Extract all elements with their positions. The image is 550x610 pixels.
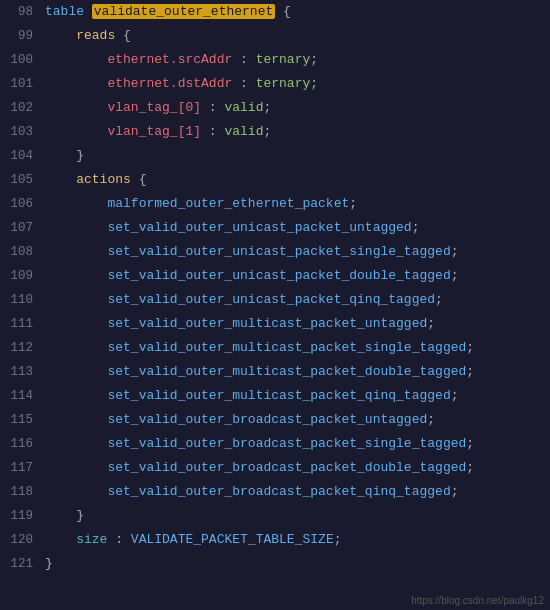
line-number: 103	[0, 125, 45, 139]
token: }	[45, 556, 53, 571]
code-line: 111 set_valid_outer_multicast_packet_unt…	[0, 312, 550, 336]
token: set_valid_outer_unicast_packet_untagged	[107, 220, 411, 235]
token: ;	[466, 460, 474, 475]
token: valid	[224, 100, 263, 115]
token	[45, 268, 107, 283]
token	[45, 124, 107, 139]
token: set_valid_outer_multicast_packet_double_…	[107, 364, 466, 379]
token	[45, 436, 107, 451]
line-number: 100	[0, 53, 45, 67]
line-number: 110	[0, 293, 45, 307]
line-content: size : VALIDATE_PACKET_TABLE_SIZE;	[45, 528, 550, 552]
token: ternary	[256, 52, 311, 67]
line-number: 115	[0, 413, 45, 427]
token: ;	[263, 100, 271, 115]
code-content: 98table validate_outer_ethernet {99 read…	[0, 0, 550, 610]
token: VALIDATE_PACKET_TABLE_SIZE	[131, 532, 334, 547]
token	[45, 460, 107, 475]
code-line: 120 size : VALIDATE_PACKET_TABLE_SIZE;	[0, 528, 550, 552]
token: ;	[435, 292, 443, 307]
line-number: 101	[0, 77, 45, 91]
code-line: 113 set_valid_outer_multicast_packet_dou…	[0, 360, 550, 384]
token	[45, 220, 107, 235]
line-content: set_valid_outer_unicast_packet_double_ta…	[45, 264, 550, 288]
token: reads	[76, 28, 115, 43]
token: validate_outer_ethernet	[92, 4, 275, 19]
line-content: set_valid_outer_broadcast_packet_qinq_ta…	[45, 480, 550, 504]
line-content: reads {	[45, 24, 550, 48]
token: ;	[412, 220, 420, 235]
token: {	[275, 4, 291, 19]
line-number: 121	[0, 557, 45, 571]
token: vlan_tag_[0]	[107, 100, 201, 115]
code-line: 99 reads {	[0, 24, 550, 48]
token	[45, 484, 107, 499]
token: table	[45, 4, 92, 19]
token: ;	[451, 244, 459, 259]
line-number: 99	[0, 29, 45, 43]
code-line: 115 set_valid_outer_broadcast_packet_unt…	[0, 408, 550, 432]
code-line: 100 ethernet.srcAddr : ternary;	[0, 48, 550, 72]
line-content: }	[45, 552, 550, 576]
line-content: set_valid_outer_multicast_packet_double_…	[45, 360, 550, 384]
token: set_valid_outer_multicast_packet_single_…	[107, 340, 466, 355]
token: }	[45, 148, 84, 163]
token	[45, 340, 107, 355]
line-number: 111	[0, 317, 45, 331]
line-content: set_valid_outer_unicast_packet_qinq_tagg…	[45, 288, 550, 312]
line-content: set_valid_outer_multicast_packet_qinq_ta…	[45, 384, 550, 408]
line-number: 118	[0, 485, 45, 499]
line-number: 117	[0, 461, 45, 475]
watermark: https://blog.csdn.net/paulkg12	[411, 595, 544, 606]
line-content: }	[45, 504, 550, 528]
token: set_valid_outer_broadcast_packet_double_…	[107, 460, 466, 475]
token	[45, 52, 107, 67]
token: vlan_tag_[1]	[107, 124, 201, 139]
line-content: set_valid_outer_broadcast_packet_untagge…	[45, 408, 550, 432]
code-line: 117 set_valid_outer_broadcast_packet_dou…	[0, 456, 550, 480]
line-number: 105	[0, 173, 45, 187]
line-content: set_valid_outer_multicast_packet_untagge…	[45, 312, 550, 336]
code-line: 101 ethernet.dstAddr : ternary;	[0, 72, 550, 96]
token	[45, 364, 107, 379]
line-number: 120	[0, 533, 45, 547]
line-content: vlan_tag_[0] : valid;	[45, 96, 550, 120]
token: valid	[224, 124, 263, 139]
line-content: }	[45, 144, 550, 168]
line-content: vlan_tag_[1] : valid;	[45, 120, 550, 144]
line-number: 116	[0, 437, 45, 451]
token: set_valid_outer_broadcast_packet_single_…	[107, 436, 466, 451]
code-line: 105 actions {	[0, 168, 550, 192]
token: set_valid_outer_unicast_packet_double_ta…	[107, 268, 450, 283]
code-line: 98table validate_outer_ethernet {	[0, 0, 550, 24]
line-content: set_valid_outer_unicast_packet_single_ta…	[45, 240, 550, 264]
token: malformed_outer_ethernet_packet	[107, 196, 349, 211]
token: ;	[451, 388, 459, 403]
token	[45, 292, 107, 307]
token: ;	[427, 316, 435, 331]
line-number: 112	[0, 341, 45, 355]
token: size	[76, 532, 107, 547]
token	[45, 28, 76, 43]
token	[45, 76, 107, 91]
token	[45, 196, 107, 211]
token	[45, 244, 107, 259]
line-number: 109	[0, 269, 45, 283]
code-line: 112 set_valid_outer_multicast_packet_sin…	[0, 336, 550, 360]
token	[45, 388, 107, 403]
token: ;	[451, 268, 459, 283]
token: ;	[466, 436, 474, 451]
token: }	[45, 508, 84, 523]
code-line: 104 }	[0, 144, 550, 168]
token: ;	[427, 412, 435, 427]
token: set_valid_outer_broadcast_packet_qinq_ta…	[107, 484, 450, 499]
code-editor: 98table validate_outer_ethernet {99 read…	[0, 0, 550, 610]
token: set_valid_outer_unicast_packet_single_ta…	[107, 244, 450, 259]
token: :	[232, 76, 255, 91]
code-line: 109 set_valid_outer_unicast_packet_doubl…	[0, 264, 550, 288]
code-line: 114 set_valid_outer_multicast_packet_qin…	[0, 384, 550, 408]
line-number: 102	[0, 101, 45, 115]
token: :	[232, 52, 255, 67]
line-number: 104	[0, 149, 45, 163]
code-line: 106 malformed_outer_ethernet_packet;	[0, 192, 550, 216]
